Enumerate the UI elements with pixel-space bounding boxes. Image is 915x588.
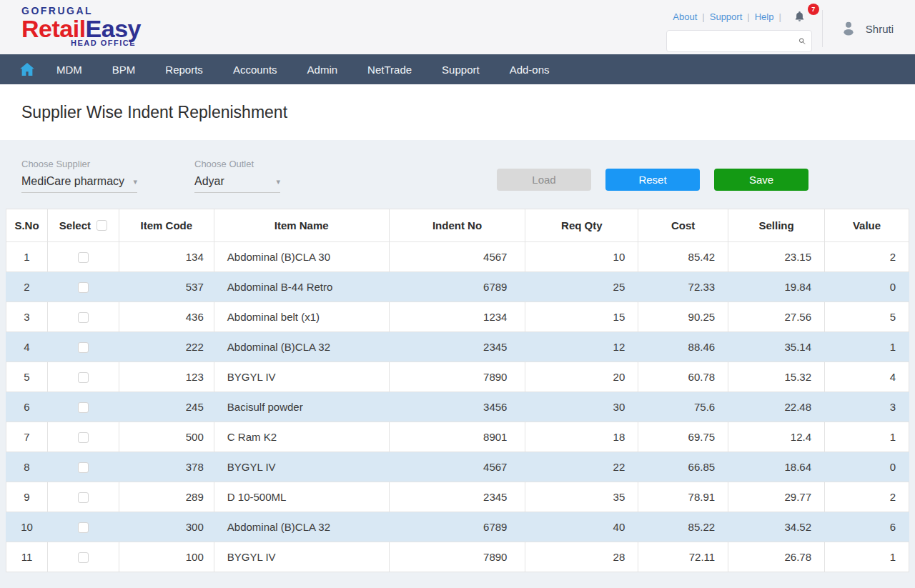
row-select-checkbox[interactable] — [78, 342, 89, 353]
cell-cost: 78.91 — [638, 482, 728, 512]
nav-item-accounts[interactable]: Accounts — [218, 64, 292, 76]
row-select-checkbox[interactable] — [78, 282, 89, 293]
cell-select — [47, 242, 119, 272]
cell-selling: 15.32 — [728, 362, 825, 392]
cell-indent-no: 4567 — [389, 452, 525, 482]
supplier-select[interactable]: MediCare pharmacy ▾ — [21, 175, 137, 193]
cell-indent-no: 8901 — [389, 422, 525, 452]
table-row: 3 436 Abdominal belt (x1) 1234 15 90.25 … — [6, 302, 909, 332]
row-select-checkbox[interactable] — [78, 462, 89, 473]
search-input[interactable] — [673, 36, 798, 46]
logo-brand-text: GOFRUGAL — [21, 6, 141, 16]
cell-sno: 10 — [6, 512, 48, 542]
cell-sno: 8 — [6, 452, 48, 482]
table-row: 9 289 D 10-500ML 2345 35 78.91 29.77 2 — [6, 482, 909, 512]
cell-selling: 35.14 — [728, 332, 825, 362]
cell-sno: 2 — [6, 272, 48, 302]
cell-value: 0 — [825, 452, 909, 482]
cell-item-name: BYGYL IV — [214, 542, 389, 572]
row-select-checkbox[interactable] — [78, 522, 89, 533]
user-menu[interactable]: Shruti — [822, 10, 915, 47]
cell-sno: 6 — [6, 392, 48, 422]
cell-item-name: Abdominal B-44 Retro — [214, 272, 389, 302]
reset-button[interactable]: Reset — [605, 169, 700, 191]
supplier-label: Choose Supplier — [21, 159, 137, 169]
cell-indent-no: 1234 — [389, 302, 525, 332]
supplier-field: Choose Supplier MediCare pharmacy ▾ — [21, 159, 137, 193]
table-row: 6 245 Bacisulf powder 3456 30 75.6 22.48… — [6, 392, 909, 422]
support-link[interactable]: Support — [710, 11, 743, 22]
home-button[interactable] — [13, 63, 41, 76]
filter-bar: Choose Supplier MediCare pharmacy ▾ Choo… — [0, 140, 915, 209]
col-header-cost: Cost — [638, 209, 728, 242]
save-button[interactable]: Save — [714, 169, 808, 191]
cell-value: 1 — [825, 422, 909, 452]
supplier-value: MediCare pharmacy — [21, 175, 124, 188]
cell-select — [47, 542, 119, 572]
row-select-checkbox[interactable] — [78, 402, 89, 413]
cell-item-code: 300 — [119, 512, 214, 542]
indent-table: S.No Select Item Code Item Name Indent N… — [6, 209, 909, 572]
table-row: 4 222 Abdominal (B)CLA 32 2345 12 88.46 … — [6, 332, 909, 362]
link-divider: | — [778, 11, 781, 22]
row-select-checkbox[interactable] — [78, 252, 89, 263]
row-select-checkbox[interactable] — [78, 432, 89, 443]
about-link[interactable]: About — [673, 11, 697, 22]
cell-selling: 12.4 — [728, 422, 825, 452]
table-row: 11 100 BYGYL IV 7890 28 72.11 26.78 1 — [6, 542, 909, 572]
cell-item-code: 100 — [119, 542, 214, 572]
nav-item-mdm[interactable]: MDM — [41, 64, 97, 76]
cell-select — [47, 362, 119, 392]
row-select-checkbox[interactable] — [78, 372, 89, 383]
link-divider: | — [747, 11, 749, 22]
cell-indent-no: 3456 — [389, 392, 525, 422]
cell-value: 4 — [825, 362, 909, 392]
nav-item-admin[interactable]: Admin — [292, 64, 353, 76]
table-row: 2 537 Abdominal B-44 Retro 6789 25 72.33… — [6, 272, 909, 302]
cell-item-code: 289 — [119, 482, 214, 512]
cell-select — [47, 422, 119, 452]
cell-sno: 4 — [6, 332, 48, 362]
nav-item-bpm[interactable]: BPM — [97, 64, 151, 76]
cell-sno: 7 — [6, 422, 48, 452]
row-select-checkbox[interactable] — [78, 312, 89, 323]
cell-req-qty: 25 — [525, 272, 638, 302]
select-all-checkbox[interactable] — [97, 220, 107, 231]
cell-value: 6 — [825, 512, 909, 542]
search-icon[interactable] — [798, 35, 806, 47]
cell-select — [47, 482, 119, 512]
cell-cost: 66.85 — [638, 452, 728, 482]
col-header-req-qty: Req Qty — [525, 209, 638, 242]
cell-selling: 22.48 — [728, 392, 825, 422]
col-header-sno: S.No — [6, 209, 48, 242]
cell-item-code: 222 — [119, 332, 214, 362]
load-button[interactable]: Load — [497, 169, 591, 191]
chevron-down-icon: ▾ — [276, 177, 280, 186]
cell-indent-no: 6789 — [389, 272, 525, 302]
nav-item-support[interactable]: Support — [427, 64, 495, 76]
nav-item-addons[interactable]: Add-ons — [495, 64, 565, 76]
cell-req-qty: 10 — [525, 242, 638, 272]
cell-item-name: Abdominal (B)CLA 32 — [214, 332, 389, 362]
cell-item-code: 134 — [119, 242, 214, 272]
cell-sno: 3 — [6, 302, 48, 332]
col-header-item-code: Item Code — [119, 209, 214, 242]
row-select-checkbox[interactable] — [78, 492, 89, 503]
cell-select — [47, 302, 119, 332]
table-body: 1 134 Abdominal (B)CLA 30 4567 10 85.42 … — [6, 242, 909, 572]
help-link[interactable]: Help — [755, 11, 774, 22]
cell-indent-no: 2345 — [389, 482, 525, 512]
nav-item-nettrade[interactable]: NetTrade — [352, 64, 427, 76]
cell-select — [47, 332, 119, 362]
cell-selling: 18.64 — [728, 452, 825, 482]
cell-value: 2 — [825, 482, 909, 512]
cell-cost: 85.22 — [638, 512, 728, 542]
outlet-select[interactable]: Adyar ▾ — [194, 175, 280, 193]
notifications-button[interactable]: 7 — [793, 9, 812, 24]
row-select-checkbox[interactable] — [78, 552, 89, 563]
nav-item-reports[interactable]: Reports — [150, 64, 218, 76]
cell-cost: 85.42 — [638, 242, 728, 272]
cell-req-qty: 40 — [525, 512, 638, 542]
cell-indent-no: 7890 — [389, 542, 525, 572]
cell-item-name: BYGYL IV — [214, 362, 389, 392]
